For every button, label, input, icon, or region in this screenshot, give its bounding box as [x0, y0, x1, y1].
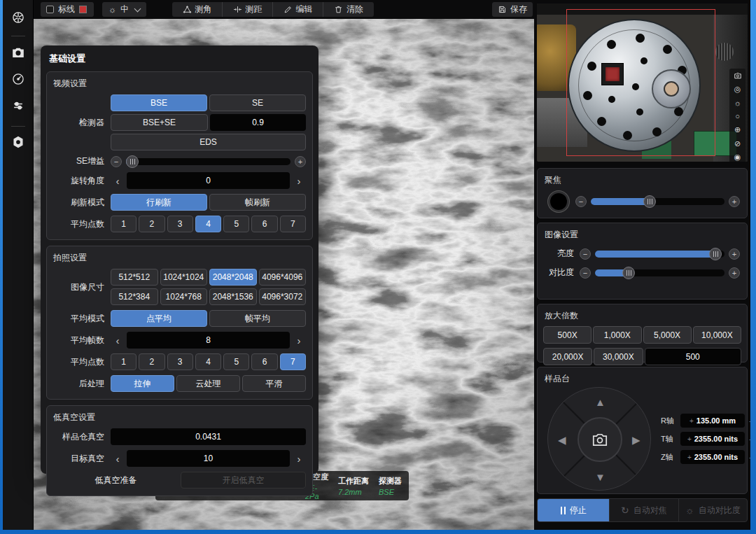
avg-point-6[interactable]: 6: [251, 216, 277, 232]
mag-30000x-button[interactable]: 30,000X: [594, 348, 643, 365]
low-vacuum-prepare-button[interactable]: 低真空准备: [53, 472, 178, 489]
minus-button[interactable]: −: [580, 248, 591, 260]
avg-point-1[interactable]: 1: [111, 216, 136, 232]
magnification-value[interactable]: 500: [645, 348, 742, 365]
snapshot-camera-icon[interactable]: [734, 71, 742, 80]
z-axis-field[interactable]: + 2355.00 nits: [680, 450, 745, 464]
slider-track[interactable]: [591, 198, 724, 205]
slider-handle[interactable]: [709, 248, 722, 260]
measure-angle-button[interactable]: 测角: [172, 2, 223, 17]
slider-handle[interactable]: [622, 267, 635, 279]
mag-20000x-button[interactable]: 20,000X: [543, 348, 592, 365]
avg-point-7[interactable]: 7: [280, 216, 306, 232]
t-axis-field[interactable]: + 2355.00 nits: [680, 432, 745, 446]
stop-button[interactable]: 停止: [538, 499, 610, 521]
avg-point-3[interactable]: 3: [167, 216, 193, 232]
brightness-icon[interactable]: ☼: [734, 99, 741, 107]
plus-button[interactable]: +: [729, 267, 740, 279]
minus-button[interactable]: −: [111, 156, 122, 167]
size-512x512[interactable]: 512*512: [111, 269, 158, 286]
avg-mode-frame-button[interactable]: 帧平均: [209, 310, 306, 327]
slider-handle[interactable]: [643, 195, 656, 208]
measure-distance-button[interactable]: 测距: [223, 2, 273, 17]
clear-button[interactable]: 清除: [323, 2, 374, 17]
size-2048x1536[interactable]: 2048*1536: [209, 288, 257, 305]
rotation-value[interactable]: 0: [127, 172, 290, 189]
size-512x384[interactable]: 512*384: [111, 288, 158, 305]
post-stretch-button[interactable]: 拉伸: [111, 375, 174, 392]
markline-checkbox[interactable]: [46, 6, 54, 13]
size-4096x3072[interactable]: 4096*3072: [259, 288, 307, 305]
avg-point-7[interactable]: 7: [280, 353, 306, 370]
record-icon[interactable]: ◉: [734, 153, 741, 161]
stage-right-button[interactable]: ▶: [632, 434, 640, 447]
size-4096x4096[interactable]: 4096*4096: [259, 269, 307, 286]
post-smooth-button[interactable]: 平滑: [242, 375, 306, 392]
toggles-icon[interactable]: [10, 98, 26, 113]
plus-button[interactable]: +: [729, 248, 740, 260]
contrast-slider[interactable]: − +: [580, 267, 740, 279]
detector-eds-button[interactable]: EDS: [111, 134, 306, 150]
focus-ring-icon[interactable]: ◎: [734, 85, 741, 93]
r-axis-field[interactable]: + 135.00 mm: [680, 414, 745, 428]
target-vacuum-value[interactable]: 10: [127, 450, 290, 467]
brightness-slider[interactable]: − +: [580, 248, 740, 260]
camera-icon[interactable]: [10, 45, 26, 60]
settings-hex-icon[interactable]: [10, 134, 26, 150]
mag-5000x-button[interactable]: 5,000X: [643, 326, 692, 344]
decrement-button[interactable]: ‹: [111, 172, 125, 189]
size-1024x1024[interactable]: 1024*1024: [160, 269, 208, 286]
refresh-frame-button[interactable]: 帧刷新: [209, 194, 306, 211]
auto-contrast-button[interactable]: ☼ 自动对比度: [679, 499, 747, 521]
focus-slider[interactable]: − +: [575, 196, 740, 207]
increment-button[interactable]: ›: [292, 172, 306, 189]
size-1024x768[interactable]: 1024*768: [160, 288, 208, 305]
avg-point-6[interactable]: 6: [251, 353, 277, 370]
save-button[interactable]: 保存: [492, 2, 533, 17]
increment-button[interactable]: ›: [292, 450, 306, 467]
plus-button[interactable]: +: [729, 196, 740, 207]
avg-frames-value[interactable]: 8: [127, 332, 290, 349]
mag-1000x-button[interactable]: 1,000X: [593, 326, 641, 344]
slider-track[interactable]: [595, 269, 724, 276]
avg-mode-point-button[interactable]: 点平均: [111, 310, 207, 327]
se-gain-slider[interactable]: − +: [111, 156, 306, 167]
detector-bse-se-button[interactable]: BSE+SE: [111, 114, 208, 131]
minus-button[interactable]: −: [575, 196, 587, 207]
plus-button[interactable]: +: [295, 156, 306, 167]
circle-tool-icon[interactable]: ○: [735, 113, 740, 120]
post-cloud-button[interactable]: 云处理: [176, 375, 240, 392]
detector-mix-value[interactable]: 0.9: [210, 114, 306, 131]
decrement-button[interactable]: ‹: [111, 450, 125, 467]
stage-down-button[interactable]: ▼: [595, 471, 606, 483]
minus-button[interactable]: −: [580, 267, 591, 279]
decrement-button[interactable]: ‹: [111, 332, 125, 349]
crosshair-icon[interactable]: ⊕: [734, 126, 741, 134]
mag-10000x-button[interactable]: 10,000X: [693, 326, 741, 344]
avg-point-4[interactable]: 4: [195, 216, 221, 232]
slider-track[interactable]: [126, 158, 290, 165]
brightness-dropdown[interactable]: ☼ 中: [102, 2, 146, 17]
refresh-line-button[interactable]: 行刷新: [111, 194, 207, 211]
detector-bse-button[interactable]: BSE: [111, 94, 207, 111]
avg-point-2[interactable]: 2: [139, 216, 164, 232]
avg-point-5[interactable]: 5: [223, 353, 249, 370]
markline-color-swatch[interactable]: [79, 6, 87, 13]
stage-left-button[interactable]: ◀: [558, 434, 566, 447]
size-2048x2048[interactable]: 2048*2048: [209, 269, 257, 286]
disable-icon[interactable]: ⊘: [734, 140, 741, 148]
slider-handle[interactable]: [126, 155, 139, 168]
gauge-compass-icon[interactable]: [10, 71, 26, 87]
stage-snapshot-button[interactable]: [578, 417, 622, 462]
avg-point-5[interactable]: 5: [223, 216, 249, 232]
avg-point-2[interactable]: 2: [139, 353, 164, 370]
slider-track[interactable]: [595, 251, 724, 258]
auto-focus-button[interactable]: ↻ 自动对焦: [610, 499, 678, 521]
increment-button[interactable]: ›: [292, 332, 306, 349]
aperture-icon[interactable]: [10, 10, 26, 25]
avg-point-1[interactable]: 1: [111, 353, 136, 370]
stage-up-button[interactable]: ▲: [595, 396, 606, 408]
mag-500x-button[interactable]: 500X: [543, 326, 592, 344]
edit-button[interactable]: 编辑: [273, 2, 323, 17]
chamber-camera-view[interactable]: ◎ ☼ ○ ⊕ ⊘ ◉: [537, 3, 748, 162]
